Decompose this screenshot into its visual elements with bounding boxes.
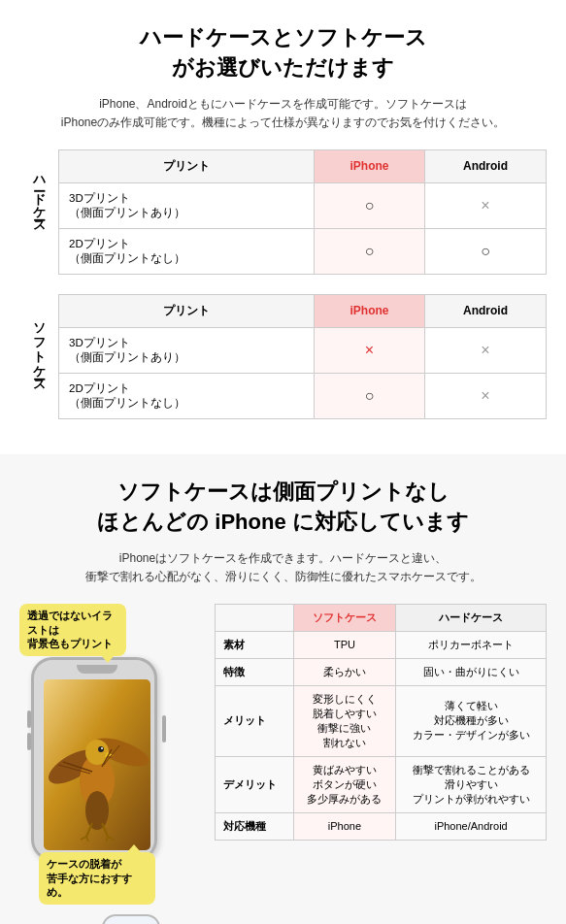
- compare-col-hard: ハードケース: [396, 604, 547, 631]
- section2-desc: iPhoneはソフトケースを作成できます。ハードケースと違い、衝撃で割れる心配が…: [19, 549, 547, 586]
- hardcase-img: [87, 914, 175, 924]
- hard-case-table-wrapper: ハードケース プリント iPhone Android 3Dプリント（側面プリント…: [19, 149, 547, 275]
- soft-2d-android: ×: [424, 373, 546, 418]
- phone-area: 透過ではないイラストは背景色もプリント: [19, 604, 199, 924]
- bottom-area: 透過ではないイラストは背景色もプリント: [19, 604, 547, 924]
- col-iphone-hard: iPhone: [315, 149, 425, 182]
- phone-vol-down-button: [27, 733, 31, 750]
- hard-3d-iphone: ○: [315, 182, 425, 228]
- compare-row-material-hard: ポリカーボネート: [396, 631, 547, 658]
- section2: ソフトケースは側面プリントなしほとんどの iPhone に対応しています iPh…: [0, 454, 566, 924]
- svg-point-8: [85, 791, 109, 830]
- compare-row-material-soft: TPU: [293, 631, 395, 658]
- compare-row-device-label: 対応機種: [216, 812, 294, 840]
- compare-row-demerit-label: デメリット: [216, 756, 294, 812]
- table-row: 2Dプリント（側面プリントなし） ○ ×: [59, 373, 547, 418]
- compare-row-device-hard: iPhone/Android: [396, 812, 547, 840]
- compare-row-demerit-soft: 黄ばみやすいボタンが硬い多少厚みがある: [293, 756, 395, 812]
- compare-row-merit-label: メリット: [216, 685, 294, 756]
- col-android-soft: Android: [424, 294, 546, 327]
- compare-row-feature-hard: 固い・曲がりにくい: [396, 658, 547, 685]
- soft-case-label: ソフトケース: [19, 294, 58, 386]
- hard-3d-android: ×: [424, 182, 546, 228]
- svg-point-6: [101, 747, 103, 749]
- section1-title: ハードケースとソフトケースがお選びいただけます: [19, 23, 547, 83]
- section1: ハードケースとソフトケースがお選びいただけます iPhone、Androidとも…: [0, 0, 566, 454]
- phone-screen: [44, 679, 150, 850]
- phone-power-button: [162, 715, 166, 742]
- compare-table-wrap: ソフトケース ハードケース 素材 TPU ポリカーボネート 特徴 柔らかい 固い…: [215, 604, 547, 841]
- col-iphone-soft: iPhone: [315, 294, 425, 327]
- hard-2d-iphone: ○: [315, 228, 425, 274]
- section1-desc: iPhone、Androidともにハードケースを作成可能です。ソフトケースはiP…: [19, 95, 547, 132]
- table-row: 特徴 柔らかい 固い・曲がりにくい: [216, 658, 547, 685]
- compare-col-soft: ソフトケース: [293, 604, 395, 631]
- table-row: 3Dプリント（側面プリントあり） ○ ×: [59, 182, 547, 228]
- compare-col-empty: [216, 604, 294, 631]
- compare-row-merit-hard: 薄くて軽い対応機種が多いカラー・デザインが多い: [396, 685, 547, 756]
- phone-notch: [77, 665, 117, 674]
- row-label-3d-soft: 3Dプリント（側面プリントあり）: [59, 327, 315, 373]
- hard-2d-android: ○: [424, 228, 546, 274]
- table-row: メリット 変形しにくく脱着しやすい衝撃に強い割れない 薄くて軽い対応機種が多いカ…: [216, 685, 547, 756]
- table-row: デメリット 黄ばみやすいボタンが硬い多少厚みがある 衝撃で割れることがある滑りや…: [216, 756, 547, 812]
- compare-row-demerit-hard: 衝撃で割れることがある滑りやすいプリントが剥がれやすい: [396, 756, 547, 812]
- soft-case-table-wrapper: ソフトケース プリント iPhone Android 3Dプリント（側面プリント…: [19, 294, 547, 419]
- hard-case-table: プリント iPhone Android 3Dプリント（側面プリントあり） ○ ×…: [58, 149, 547, 275]
- section2-title: ソフトケースは側面プリントなしほとんどの iPhone に対応しています: [19, 478, 547, 538]
- col-android-hard: Android: [424, 149, 546, 182]
- table-row: 素材 TPU ポリカーボネート: [216, 631, 547, 658]
- phone-body: [31, 657, 157, 861]
- phone-vol-up-button: [27, 710, 31, 728]
- compare-row-feature-label: 特徴: [216, 658, 294, 685]
- soft-3d-iphone: ×: [315, 327, 425, 373]
- bird-illustration: [44, 679, 150, 850]
- callout-top: 透過ではないイラストは背景色もプリント: [19, 604, 126, 656]
- table-row: 対応機種 iPhone iPhone/Android: [216, 812, 547, 840]
- soft-case-table: プリント iPhone Android 3Dプリント（側面プリントあり） × ×…: [58, 294, 547, 419]
- soft-3d-android: ×: [424, 327, 546, 373]
- compare-row-merit-soft: 変形しにくく脱着しやすい衝撃に強い割れない: [293, 685, 395, 756]
- callout-bottom: ケースの脱着が苦手な方におすすめ。: [39, 852, 155, 905]
- row-label-2d-soft: 2Dプリント（側面プリントなし）: [59, 373, 315, 418]
- row-label-3d-hard: 3Dプリント（側面プリントあり）: [59, 182, 315, 228]
- compare-row-feature-soft: 柔らかい: [293, 658, 395, 685]
- col-print: プリント: [59, 149, 315, 182]
- compare-row-device-soft: iPhone: [293, 812, 395, 840]
- compare-row-material-label: 素材: [216, 631, 294, 658]
- table-row: 2Dプリント（側面プリントなし） ○ ○: [59, 228, 547, 274]
- col-print-soft: プリント: [59, 294, 315, 327]
- table-row: 3Dプリント（側面プリントあり） × ×: [59, 327, 547, 373]
- soft-2d-iphone: ○: [315, 373, 425, 418]
- hard-case-label: ハードケース: [19, 149, 58, 227]
- row-label-2d-hard: 2Dプリント（側面プリントなし）: [59, 228, 315, 274]
- svg-point-5: [98, 746, 104, 752]
- compare-table: ソフトケース ハードケース 素材 TPU ポリカーボネート 特徴 柔らかい 固い…: [215, 604, 547, 841]
